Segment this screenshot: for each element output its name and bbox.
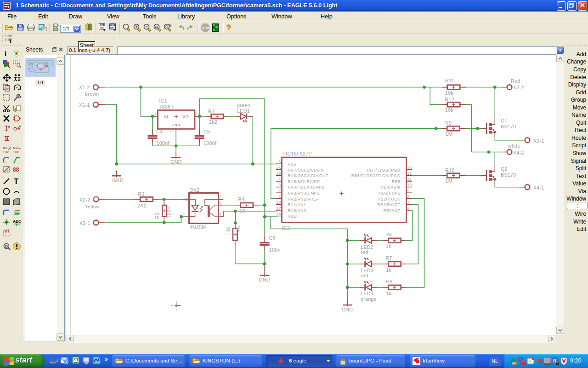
svg-text:D: D [5, 244, 8, 249]
svg-text:14: 14 [277, 212, 281, 216]
svg-text:LED3: LED3 [361, 268, 373, 273]
svg-text:RB6/T1OSO/T1CKI/PGC: RB6/T1OSO/T1CKI/PGC [351, 173, 401, 178]
svg-text:RA0/AN0: RA0/AN0 [288, 208, 306, 213]
svg-text:5: 5 [219, 200, 221, 205]
svg-text:1K: 1K [240, 208, 246, 213]
svg-text:6: 6 [407, 206, 410, 211]
svg-text:VI: VI [164, 115, 169, 119]
svg-text:R9: R9 [445, 120, 452, 126]
svg-text:2k2: 2k2 [209, 119, 217, 125]
svg-text:7: 7 [407, 200, 410, 205]
svg-text:X4-1: X4-1 [533, 185, 544, 190]
svg-text:T: T [14, 177, 19, 185]
svg-text:R7: R7 [385, 255, 392, 261]
svg-text:VO: VO [183, 115, 189, 119]
svg-text:1k: 1k [386, 243, 391, 249]
svg-text:15: 15 [277, 171, 281, 176]
svg-text:C6: C6 [269, 235, 276, 241]
svg-text:C4: C4 [156, 129, 163, 134]
svg-text:brown: brown [85, 91, 99, 97]
svg-text:R3: R3 [138, 191, 145, 197]
svg-text:Q1: Q1 [501, 118, 508, 123]
svg-text:LED2: LED2 [361, 244, 373, 250]
svg-text:X1-1: X1-1 [79, 102, 90, 108]
svg-text:10k: 10k [13, 150, 19, 154]
svg-text:X2-2: X2-2 [79, 197, 90, 202]
svg-text:1k: 1k [386, 267, 391, 273]
svg-text:i: i [5, 50, 6, 58]
svg-text:1k: 1k [386, 291, 391, 296]
svg-text:Red: Red [511, 78, 520, 84]
svg-text:6: 6 [219, 195, 221, 199]
svg-text:GND: GND [172, 123, 180, 127]
svg-text:GND: GND [342, 307, 353, 312]
svg-text:>AT: >AT [3, 229, 10, 233]
svg-text:R8: R8 [386, 279, 392, 284]
svg-text:IC1: IC1 [159, 98, 168, 104]
svg-text:STOP: STOP [202, 26, 209, 29]
svg-text:R11: R11 [445, 78, 454, 83]
svg-text:10k: 10k [445, 107, 453, 113]
svg-text:X3-1: X3-1 [533, 138, 544, 144]
svg-text:Yellow: Yellow [85, 204, 100, 209]
svg-text:white: white [508, 143, 520, 149]
svg-text:7805T: 7805T [159, 104, 174, 109]
svg-text:VDD: VDD [288, 214, 297, 218]
svg-text:R2: R2 [154, 212, 160, 218]
svg-text:1: 1 [186, 197, 188, 202]
svg-text:120R: 120R [166, 206, 171, 218]
svg-text:88: 88 [13, 167, 19, 173]
svg-text:RA7/OSC1/CLKIN: RA7/OSC1/CLKIN [288, 168, 324, 172]
svg-text:18: 18 [277, 200, 281, 205]
svg-text:11: 11 [407, 177, 412, 182]
svg-text:RA1/AN1: RA1/AN1 [288, 202, 306, 207]
svg-text:RA3/AN3/CMP1: RA3/AN3/CMP1 [288, 191, 320, 196]
svg-text:9: 9 [407, 189, 410, 193]
svg-text:1M: 1M [446, 178, 452, 184]
svg-text:8: 8 [407, 195, 410, 199]
svg-text:RA5/MCLR/VPP: RA5/MCLR/VPP [288, 179, 320, 184]
svg-text:LED4: LED4 [361, 291, 373, 296]
svg-text:e: e [50, 356, 55, 366]
svg-text:RB0/INT: RB0/INT [383, 208, 400, 213]
svg-text:R10: R10 [445, 167, 454, 173]
svg-text:GND: GND [259, 277, 270, 282]
svg-text:green: green [237, 103, 250, 108]
svg-text:Q2: Q2 [501, 166, 508, 172]
svg-text:RB3/CCP1: RB3/CCP1 [379, 191, 401, 196]
svg-text:4N25M: 4N25M [190, 224, 206, 230]
svg-text:2: 2 [182, 212, 185, 216]
svg-text:RB5: RB5 [392, 179, 400, 184]
svg-text:R2: R2 [13, 146, 18, 150]
svg-text:1: 1 [279, 195, 281, 199]
svg-text:5: 5 [279, 160, 281, 164]
svg-text:X4-2: X4-2 [513, 150, 524, 155]
svg-text:GND: GND [112, 178, 124, 183]
svg-text:10k: 10k [445, 90, 453, 96]
svg-text:PIC16F627P: PIC16F627P [283, 151, 312, 156]
svg-text:RB2/TX/CK: RB2/TX/CK [378, 197, 401, 201]
svg-text:3: 3 [279, 183, 281, 187]
svg-text:ABC: ABC [13, 219, 21, 224]
svg-text:R6: R6 [385, 232, 392, 237]
svg-text:2: 2 [279, 189, 281, 193]
svg-text:X2-1: X2-1 [79, 220, 90, 226]
svg-text:LED1: LED1 [237, 108, 250, 114]
svg-text:RA4/TOCKI/CMP2: RA4/TOCKI/CMP2 [288, 185, 324, 190]
svg-text:10: 10 [407, 183, 412, 187]
svg-text:BS170: BS170 [501, 124, 516, 129]
svg-text:red: red [361, 273, 368, 278]
svg-text:4: 4 [279, 177, 281, 182]
svg-text:13: 13 [407, 166, 412, 170]
svg-text:RB4/PGM: RB4/PGM [381, 185, 401, 190]
svg-text:R2: R2 [3, 146, 8, 150]
svg-text:C5: C5 [204, 129, 210, 134]
svg-text:OK2: OK2 [190, 187, 200, 193]
svg-text:2: 2 [170, 130, 174, 132]
svg-text:GND: GND [170, 159, 182, 165]
svg-text:RB7/T1OSI/PGD: RB7/T1OSI/PGD [367, 168, 400, 172]
svg-text:12: 12 [407, 171, 412, 176]
svg-text:VSS: VSS [288, 162, 297, 167]
svg-text:100nf: 100nf [204, 140, 216, 146]
svg-text:100n: 100n [269, 247, 281, 253]
